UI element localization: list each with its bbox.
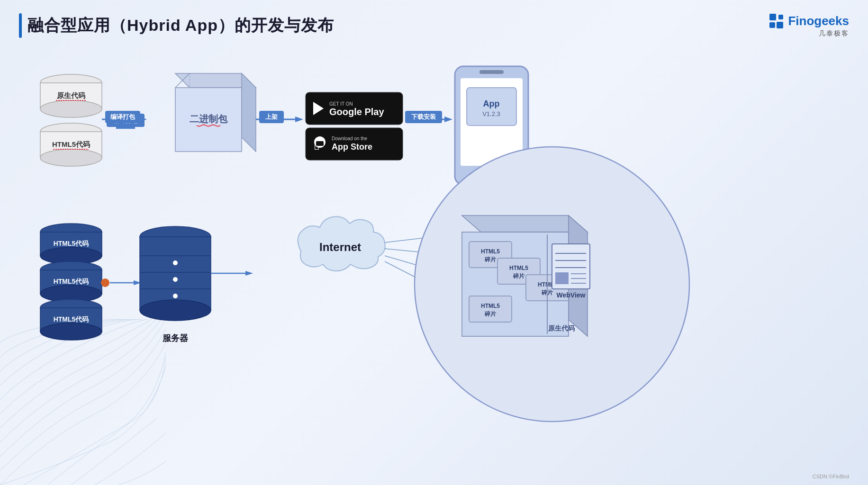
svg-text:HTML5代码: HTML5代码	[52, 140, 90, 148]
svg-text:HTML5代码: HTML5代码	[54, 240, 89, 247]
svg-text:服务器: 服务器	[162, 333, 189, 343]
svg-text:上架: 上架	[265, 113, 278, 120]
server-to-cloud-arrow	[211, 271, 253, 276]
app-store-badge[interactable]:  Download on the App Store	[306, 128, 403, 160]
to-server-arrow	[110, 280, 141, 285]
svg-point-60	[40, 323, 102, 340]
binary-package-box: 二进制包	[175, 73, 256, 152]
svg-point-68	[173, 277, 178, 282]
svg-marker-75	[245, 271, 253, 276]
svg-rect-12	[116, 127, 135, 129]
svg-text:编译打包: 编译打包	[110, 113, 136, 120]
svg-text:原生代码: 原生代码	[56, 91, 85, 99]
svg-point-57	[101, 278, 109, 287]
svg-point-2	[40, 100, 102, 117]
svg-text:GET IT ON: GET IT ON	[329, 101, 353, 107]
publish-arrow: 上架	[256, 111, 303, 123]
server-cylinder: 服务器	[140, 226, 211, 343]
compile-arrow-proper: 编译打包	[102, 111, 147, 123]
footer-text: CSDN ©FinBird	[813, 474, 849, 479]
html5-dark-cylinder-2: HTML5代码	[40, 261, 109, 302]
svg-marker-19	[242, 73, 256, 152]
svg-rect-106	[555, 272, 569, 284]
google-play-badge[interactable]: GET IT ON Google Play	[306, 92, 403, 125]
svg-rect-35	[316, 141, 324, 146]
app-circle: HTML5 碎片 HTML5 碎片 HTML5 碎片 HTML5 碎片	[415, 147, 689, 422]
native-code-cylinder-1: 原生代码	[40, 74, 102, 117]
svg-text:Internet: Internet	[319, 241, 361, 253]
svg-point-69	[173, 294, 178, 298]
svg-marker-40	[444, 117, 452, 122]
svg-text:Download on the: Download on the	[332, 136, 367, 141]
svg-point-67	[173, 260, 178, 265]
download-arrow: 下载安装	[405, 111, 452, 123]
svg-point-7	[40, 149, 102, 166]
svg-rect-65	[140, 237, 211, 310]
svg-marker-25	[295, 117, 303, 122]
svg-text:下载安装: 下载安装	[411, 113, 436, 120]
webview-icon	[552, 244, 590, 289]
svg-rect-36	[318, 136, 321, 140]
svg-text:HTML5代码: HTML5代码	[54, 315, 89, 323]
svg-text:二进制包: 二进制包	[190, 114, 228, 124]
svg-text:HTML5: HTML5	[509, 265, 528, 271]
svg-text:V1.2.3: V1.2.3	[482, 110, 500, 117]
svg-text:App: App	[483, 99, 500, 108]
svg-text:碎片: 碎片	[484, 256, 497, 263]
svg-text:原生代码: 原生代码	[548, 324, 575, 332]
svg-text:App Store: App Store	[332, 142, 372, 152]
html5-fragment-4: HTML5 碎片	[469, 296, 512, 322]
html5-code-cylinder-1: HTML5代码	[40, 123, 102, 166]
svg-text:HTML5代码: HTML5代码	[54, 278, 89, 285]
svg-text:HTML5: HTML5	[481, 303, 500, 309]
svg-text:HTML5: HTML5	[481, 248, 500, 255]
svg-point-66	[140, 300, 211, 321]
html5-dark-cylinder-1: HTML5代码	[40, 224, 102, 264]
svg-rect-45	[479, 70, 504, 74]
svg-text:碎片: 碎片	[513, 273, 525, 279]
html5-dark-cylinder-3: HTML5代码	[40, 299, 102, 340]
cloud: Internet	[298, 216, 385, 271]
main-diagram: 原生代码 HTML5代码 编译打包 编译打包	[0, 0, 868, 485]
svg-text:Google Play: Google Play	[329, 107, 384, 117]
svg-text:碎片: 碎片	[484, 311, 497, 317]
svg-text:WebView: WebView	[557, 291, 586, 299]
